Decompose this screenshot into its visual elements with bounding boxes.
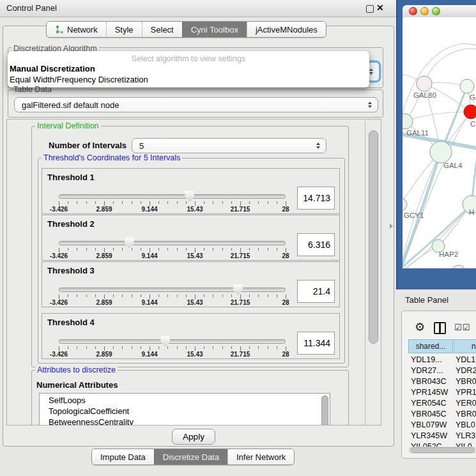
attribute-list-item[interactable]: SelfLoops — [40, 395, 330, 406]
tab-select[interactable]: Select — [142, 22, 182, 37]
table-row-cell[interactable]: YBL079W — [411, 420, 447, 429]
slider-tick — [158, 248, 159, 250]
network-edge — [424, 49, 476, 84]
numerical-attributes-list[interactable]: SelfLoopsTopologicalCoefficientBetweenne… — [39, 393, 330, 426]
slider-tick — [277, 201, 277, 204]
table-row-cell[interactable]: YDL19... — [411, 355, 442, 364]
column-header-name[interactable]: n — [454, 339, 476, 353]
tab-jactivemnodules[interactable]: jActiveMNodules — [247, 22, 326, 37]
attributes-list-scrollbar[interactable] — [321, 395, 328, 426]
threshold-slider-thumb[interactable] — [160, 336, 170, 347]
slider-tick — [277, 248, 277, 250]
table-row-cell[interactable]: YBR043C — [411, 377, 447, 386]
num-intervals-combo[interactable]: 5 — [132, 138, 326, 153]
bottom-tab-infer-network[interactable]: Infer Network — [227, 449, 294, 464]
mac-zoom-icon[interactable] — [432, 7, 440, 15]
bottom-tab-label: Impute Data — [100, 452, 146, 462]
slider-tick — [177, 346, 178, 349]
table-row-cell[interactable]: YPR145W — [411, 388, 448, 397]
slider-tick — [231, 295, 232, 297]
table-hscrollbar-thumb[interactable] — [410, 447, 475, 453]
threshold-slider-track[interactable] — [59, 241, 286, 245]
slider-tick-label: 15.43 — [187, 206, 203, 213]
threshold-slider-thumb[interactable] — [233, 284, 243, 295]
table-row-cell[interactable]: YBR045C — [411, 410, 447, 418]
table-row-cell[interactable]: YER0 — [456, 399, 476, 408]
slider-tick — [213, 248, 213, 250]
slider-tick — [258, 201, 259, 204]
threshold-slider-thumb[interactable] — [185, 191, 194, 202]
table-row-cell[interactable]: YLR3 — [456, 431, 475, 440]
table-data-combo[interactable]: galFiltered.sif default node — [14, 97, 378, 112]
network-node[interactable] — [403, 198, 407, 211]
column-header-shared[interactable]: shared... — [408, 339, 453, 353]
slider-tick-label: 21.715 — [231, 206, 250, 213]
slider-tick — [104, 201, 105, 206]
slider-tick-label: 21.715 — [231, 252, 250, 259]
attribute-list-item[interactable]: BetweennessCentrality — [40, 417, 330, 426]
network-node[interactable] — [464, 105, 476, 119]
slider-tick-label: 28 — [282, 206, 289, 213]
table-row-cell[interactable]: YPR1 — [456, 388, 476, 397]
algorithm-option[interactable]: Manual Discretization — [8, 63, 369, 74]
threshold-slider-track[interactable] — [59, 194, 286, 199]
tab-cyni-toolbox[interactable]: Cyni Toolbox — [182, 22, 247, 37]
network-node-label: GAL4 — [443, 162, 463, 169]
network-node-label: GA — [470, 93, 476, 101]
slider-tick — [195, 346, 196, 351]
table-row-cell[interactable]: YER054C — [411, 399, 447, 408]
slider-tick — [167, 201, 168, 204]
network-window-titlebar[interactable] — [403, 5, 476, 18]
table-row-cell[interactable]: YDR2 — [456, 366, 476, 375]
network-node[interactable] — [460, 79, 474, 93]
threshold-slider-track[interactable] — [59, 288, 286, 292]
tab-style[interactable]: Style — [106, 22, 142, 37]
threshold-value-field[interactable]: 6.316 — [297, 233, 335, 256]
bottom-tab-discretize-data[interactable]: Discretize Data — [154, 449, 227, 464]
table-row-cell[interactable]: YBR0 — [456, 410, 476, 418]
mac-close-icon[interactable] — [409, 7, 417, 15]
threshold-slider-thumb[interactable] — [125, 238, 134, 249]
tab-network[interactable]: Network — [47, 22, 106, 37]
gear-icon[interactable]: ⚙ — [415, 320, 425, 334]
apply-button[interactable]: Apply — [172, 429, 215, 445]
slider-tick — [167, 295, 168, 297]
split-columns-icon[interactable] — [434, 322, 446, 334]
slider-tick — [268, 248, 268, 250]
settings-scrollbar-thumb[interactable] — [369, 130, 378, 344]
checkbox-icons[interactable]: ☑☑ — [454, 323, 470, 332]
algorithm-option[interactable]: Equal Width/Frequency Discretization — [8, 74, 369, 85]
network-node-label: GAL80 — [413, 91, 436, 99]
table-row-cell[interactable]: YLR345W — [411, 431, 447, 440]
threshold-value-field[interactable]: 21.4 — [297, 280, 335, 303]
attribute-list-item[interactable]: TopologicalCoefficient — [40, 406, 330, 417]
slider-tick — [95, 346, 96, 349]
threshold-slider-track[interactable] — [59, 339, 286, 344]
network-node[interactable] — [417, 76, 432, 91]
table-row-cell[interactable]: YBL0 — [456, 420, 475, 429]
slider-tick — [95, 248, 96, 250]
table-row-cell[interactable]: YDL1 — [456, 355, 475, 364]
bottom-tab-impute-data[interactable]: Impute Data — [92, 449, 154, 464]
algorithm-dropdown-popup: Select algorithm to view settings Manual… — [8, 51, 369, 88]
slider-tick — [258, 346, 259, 349]
slider-tick — [286, 201, 286, 206]
mac-minimize-icon[interactable] — [420, 7, 429, 15]
panel-title: Control Panel — [6, 3, 57, 13]
slider-tick — [59, 295, 59, 299]
network-canvas[interactable]: GAL80GACGAL11GAL4GCY1HHAP2 — [403, 17, 476, 268]
slider-tick-label: 2.859 — [96, 252, 112, 259]
table-row-cell[interactable]: YBR0 — [456, 377, 476, 386]
table-row-cell[interactable]: YDR27... — [411, 366, 443, 375]
table-panel: ⚙ ☑☑ shared... n YDL19...YDL1YDR27...YDR… — [401, 311, 476, 459]
threshold-label: Threshold 4 — [47, 318, 95, 327]
network-node[interactable] — [452, 265, 465, 268]
panel-collapse-arrow-icon[interactable] — [390, 224, 393, 229]
threshold-value-field[interactable]: 14.713 — [297, 187, 335, 210]
slider-tick — [132, 346, 132, 349]
close-icon[interactable]: ✕ — [376, 3, 384, 13]
threshold-value-field[interactable]: 11.344 — [297, 332, 335, 355]
table-hscrollbar[interactable] — [408, 447, 476, 454]
network-node[interactable] — [430, 141, 452, 163]
float-window-icon[interactable] — [366, 5, 374, 13]
